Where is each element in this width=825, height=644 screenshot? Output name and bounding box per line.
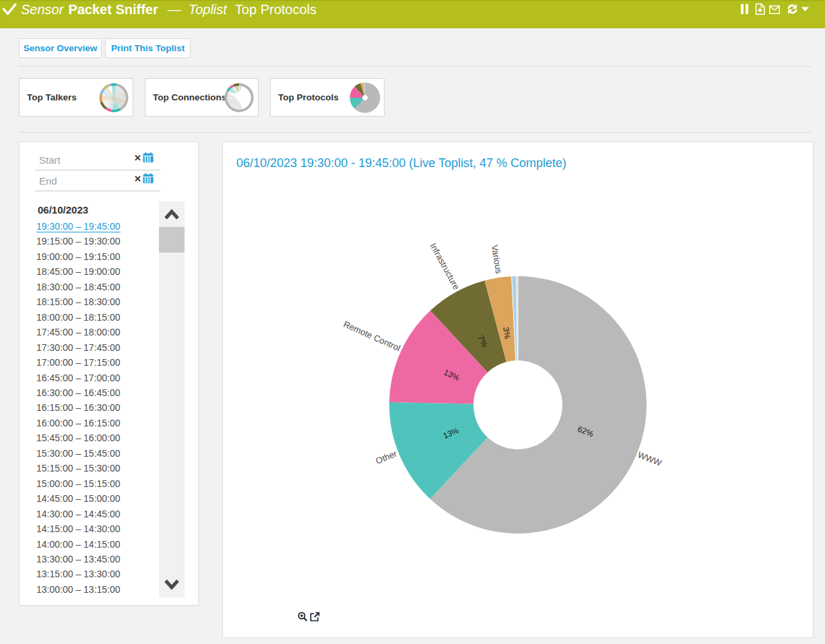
svg-text:Various: Various: [490, 244, 504, 274]
svg-text:3%: 3%: [501, 327, 513, 340]
svg-text:Remote Control: Remote Control: [342, 319, 402, 353]
svg-text:Infrastructure: Infrastructure: [428, 241, 461, 291]
svg-text:WWW: WWW: [636, 449, 663, 468]
svg-text:Other: Other: [374, 448, 399, 466]
